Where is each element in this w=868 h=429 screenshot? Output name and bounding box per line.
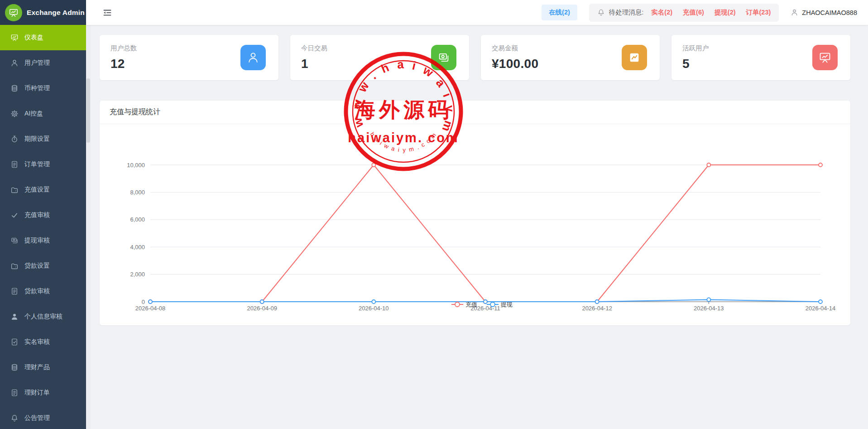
sidebar-item-label: 个人信息审核 [24, 313, 62, 321]
svg-text:2,000: 2,000 [130, 271, 145, 278]
sidebar-scrollbar-track [86, 25, 91, 429]
svg-text:提现: 提现 [500, 301, 513, 308]
sidebar: Exchange Admin 仪表盘用户管理币种管理AI控盘期限设置订单管理充值… [0, 0, 86, 429]
sidebar-item-label: 用户管理 [24, 59, 50, 67]
sidebar-item-user-mgmt[interactable]: 用户管理 [0, 50, 86, 76]
sidebar-scrollbar-thumb[interactable] [86, 78, 90, 143]
user-icon [10, 59, 19, 67]
sidebar-item-label: 充值设置 [24, 186, 50, 194]
svg-text:2026-04-08: 2026-04-08 [135, 305, 166, 312]
username: ZHAOCAIMAO888 [802, 9, 857, 16]
sidebar-item-label: 公告管理 [24, 414, 50, 422]
svg-text:0: 0 [142, 299, 145, 305]
money-card-icon [10, 236, 19, 245]
sidebar-item-label: 贷款审核 [24, 287, 50, 295]
pending-messages-box: 待处理消息: 实名(2)充值(6)提现(2)订单(23) [589, 4, 779, 22]
document-icon [10, 160, 19, 169]
svg-text:2026-04-09: 2026-04-09 [247, 305, 277, 312]
stopwatch-icon [10, 135, 19, 143]
wallet-icon [10, 186, 19, 194]
main-content: 用户总数12今日交易1交易金额¥100.00活跃用户5 充值与提现统计 02,0… [100, 35, 850, 325]
sidebar-item-dashboard[interactable]: 仪表盘 [0, 25, 86, 50]
user-menu[interactable]: ZHAOCAIMAO888 [791, 9, 860, 16]
pending-link-recharge[interactable]: 充值(6) [683, 8, 704, 17]
sidebar-item-loan-review[interactable]: 贷款审核 [0, 279, 86, 304]
sidebar-item-label: 提现审核 [24, 236, 50, 245]
money-card-icon [431, 45, 456, 70]
sidebar-item-announcements[interactable]: 公告管理 [0, 405, 86, 429]
bell-icon [597, 9, 605, 16]
stat-label: 今日交易 [301, 44, 327, 53]
sidebar-item-withdraw-review[interactable]: 提现审核 [0, 228, 86, 253]
document-icon [10, 287, 19, 295]
svg-text:2026-04-10: 2026-04-10 [359, 305, 389, 312]
svg-text:2026-04-13: 2026-04-13 [694, 305, 724, 312]
wallet-icon [10, 262, 19, 270]
pending-message-links: 实名(2)充值(6)提现(2)订单(23) [651, 8, 771, 17]
online-badge[interactable]: 在线(2) [542, 5, 577, 20]
stat-value: ¥100.00 [492, 57, 538, 71]
sidebar-item-recharge-review[interactable]: 充值审核 [0, 202, 86, 228]
stat-value: 1 [301, 57, 327, 71]
person-filled-icon [10, 313, 19, 321]
board-icon [812, 45, 838, 70]
sidebar-item-label: AI控盘 [24, 110, 43, 118]
sidebar-item-currency-mgmt[interactable]: 币种管理 [0, 76, 86, 101]
sidebar-item-order-mgmt[interactable]: 订单管理 [0, 152, 86, 177]
stat-card-trade-amount: 交易金额¥100.00 [481, 35, 660, 80]
app-title: Exchange Admin [27, 9, 85, 17]
check-icon [10, 211, 19, 219]
stat-value: 12 [110, 57, 137, 71]
coins-icon [10, 84, 19, 92]
stat-card-active-users: 活跃用户5 [671, 35, 850, 80]
sidebar-item-wealth-products[interactable]: 理财产品 [0, 355, 86, 380]
pending-link-realname[interactable]: 实名(2) [651, 8, 672, 17]
sidebar-item-label: 充值审核 [24, 211, 50, 219]
chart-title: 充值与提现统计 [100, 101, 850, 124]
svg-text:10,000: 10,000 [127, 162, 145, 169]
topbar: 在线(2) 待处理消息: 实名(2)充值(6)提现(2)订单(23) ZHAOC… [86, 0, 868, 25]
stat-value: 5 [682, 57, 709, 71]
app-logo-icon [5, 4, 22, 21]
sidebar-item-label: 理财订单 [24, 389, 50, 397]
sidebar-item-profile-review[interactable]: 个人信息审核 [0, 304, 86, 329]
stat-card-total-users: 用户总数12 [100, 35, 278, 80]
stat-texts: 活跃用户5 [682, 44, 709, 71]
gear-icon [10, 110, 19, 118]
dashboard-board-icon [10, 34, 19, 42]
doc-check-icon [10, 338, 19, 346]
svg-text:2026-04-14: 2026-04-14 [806, 305, 836, 312]
sidebar-item-ai-control[interactable]: AI控盘 [0, 101, 86, 126]
sidebar-item-label: 实名审核 [24, 338, 50, 346]
exchange-admin-app: Exchange Admin 仪表盘用户管理币种管理AI控盘期限设置订单管理充值… [0, 0, 868, 429]
sidebar-item-label: 贷款设置 [24, 262, 50, 270]
menu-fold-icon[interactable] [102, 8, 112, 18]
sidebar-item-recharge-settings[interactable]: 充值设置 [0, 177, 86, 202]
stat-texts: 交易金额¥100.00 [492, 44, 538, 71]
sidebar-item-kyc-review[interactable]: 实名审核 [0, 329, 86, 355]
trend-icon [622, 45, 647, 70]
stat-label: 用户总数 [110, 44, 137, 53]
stat-texts: 用户总数12 [110, 44, 137, 71]
sidebar-item-label: 期限设置 [24, 135, 50, 143]
stat-label: 活跃用户 [682, 44, 709, 53]
sidebar-item-label: 仪表盘 [24, 34, 43, 42]
stat-card-today-trades: 今日交易1 [290, 35, 469, 80]
sidebar-item-label: 币种管理 [24, 84, 50, 92]
pending-link-order[interactable]: 订单(23) [746, 8, 771, 17]
svg-text:2026-04-12: 2026-04-12 [582, 305, 612, 312]
sidebar-item-term-settings[interactable]: 期限设置 [0, 126, 86, 152]
pending-link-withdraw[interactable]: 提现(2) [715, 8, 736, 17]
chart-card: 充值与提现统计 02,0004,0006,0008,00010,0002026-… [100, 101, 850, 325]
svg-text:4,000: 4,000 [130, 244, 145, 251]
sidebar-item-wealth-orders[interactable]: 理财订单 [0, 380, 86, 405]
sidebar-logo-row: Exchange Admin [0, 0, 86, 25]
sidebar-item-loan-settings[interactable]: 贷款设置 [0, 253, 86, 279]
document-icon [10, 389, 19, 397]
recharge-withdraw-chart: 02,0004,0006,0008,00010,0002026-04-08202… [100, 124, 850, 325]
sidebar-item-label: 理财产品 [24, 363, 50, 371]
pending-messages-label: 待处理消息: [609, 8, 644, 17]
line-chart-svg: 02,0004,0006,0008,00010,0002026-04-08202… [100, 124, 850, 325]
user-icon [240, 45, 266, 70]
sidebar-menu: 仪表盘用户管理币种管理AI控盘期限设置订单管理充值设置充值审核提现审核贷款设置贷… [0, 25, 86, 429]
